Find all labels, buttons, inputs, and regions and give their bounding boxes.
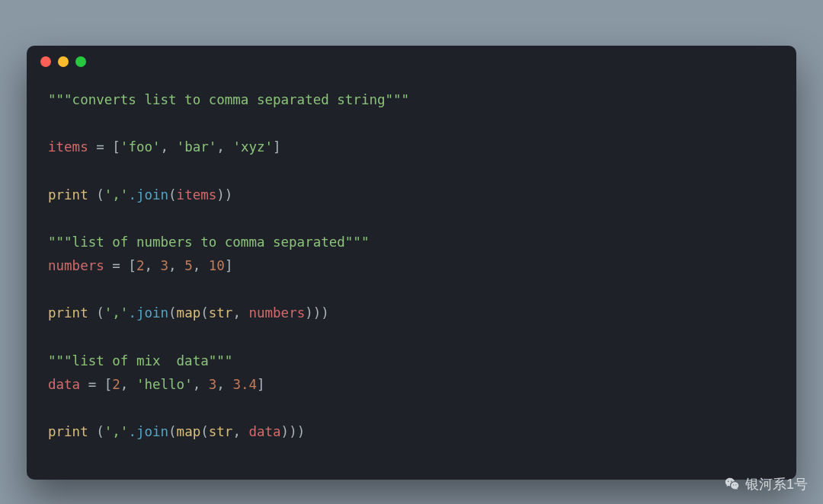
- punct: ))): [281, 424, 306, 439]
- number: 3: [161, 258, 169, 273]
- punct: (: [88, 424, 104, 439]
- identifier: numbers: [248, 305, 305, 321]
- punct: ]: [257, 377, 265, 392]
- close-icon[interactable]: [40, 56, 51, 67]
- docstring: """list of mix data""": [48, 353, 232, 368]
- punct: ,: [216, 377, 232, 392]
- punct: (: [200, 424, 209, 439]
- punct: (: [168, 187, 177, 203]
- punct: ]: [225, 258, 233, 273]
- number: 2: [112, 377, 120, 392]
- builtin: map: [177, 305, 201, 321]
- punct: ,: [144, 258, 160, 273]
- minimize-icon[interactable]: [58, 56, 69, 67]
- punct: ,: [193, 377, 209, 392]
- method: .join: [128, 187, 168, 203]
- code-block: """converts list to comma separated stri…: [27, 78, 796, 459]
- identifier: items: [177, 187, 217, 203]
- builtin: print: [48, 187, 88, 203]
- string: 'xyz': [232, 139, 273, 155]
- code-window: """converts list to comma separated stri…: [27, 46, 796, 480]
- punct: )): [216, 187, 232, 203]
- punct: (: [200, 305, 209, 321]
- punct: ]: [273, 139, 281, 155]
- string: 'bar': [177, 139, 217, 155]
- docstring: """list of numbers to comma separated""": [48, 234, 369, 250]
- builtin: print: [48, 424, 88, 439]
- number: 10: [209, 258, 225, 273]
- number: 3: [209, 377, 217, 392]
- builtin: str: [209, 424, 233, 439]
- watermark: 银河系1号: [724, 475, 808, 493]
- string: ',': [104, 187, 129, 203]
- method: .join: [128, 305, 168, 321]
- maximize-icon[interactable]: [75, 56, 86, 67]
- punct: (: [88, 187, 104, 203]
- punct: = [: [80, 377, 112, 392]
- punct: = [: [88, 139, 120, 155]
- punct: (: [168, 424, 177, 439]
- identifier: numbers: [48, 258, 104, 273]
- identifier: data: [48, 377, 80, 392]
- number: 5: [184, 258, 193, 273]
- punct: ,: [161, 139, 177, 155]
- string: 'foo': [120, 139, 161, 155]
- method: .join: [128, 424, 168, 439]
- punct: ,: [232, 424, 248, 439]
- string: ',': [104, 424, 129, 439]
- builtin: str: [209, 305, 233, 321]
- docstring: """converts list to comma separated stri…: [48, 92, 409, 107]
- punct: ,: [168, 258, 184, 273]
- punct: ))): [305, 305, 329, 321]
- number: 3.4: [232, 377, 257, 392]
- watermark-text: 银河系1号: [745, 475, 808, 493]
- punct: (: [168, 305, 177, 321]
- punct: = [: [104, 258, 136, 273]
- punct: (: [88, 305, 104, 321]
- wechat-icon: [724, 476, 741, 493]
- punct: ,: [232, 305, 248, 321]
- string: ',': [104, 305, 129, 321]
- string: 'hello': [136, 377, 193, 392]
- identifier: data: [248, 424, 280, 439]
- identifier: items: [48, 139, 88, 155]
- punct: ,: [120, 377, 136, 392]
- punct: ,: [216, 139, 232, 155]
- number: 2: [136, 258, 145, 273]
- builtin: print: [48, 305, 88, 321]
- punct: ,: [193, 258, 209, 273]
- window-titlebar: [27, 46, 796, 78]
- builtin: map: [177, 424, 201, 439]
